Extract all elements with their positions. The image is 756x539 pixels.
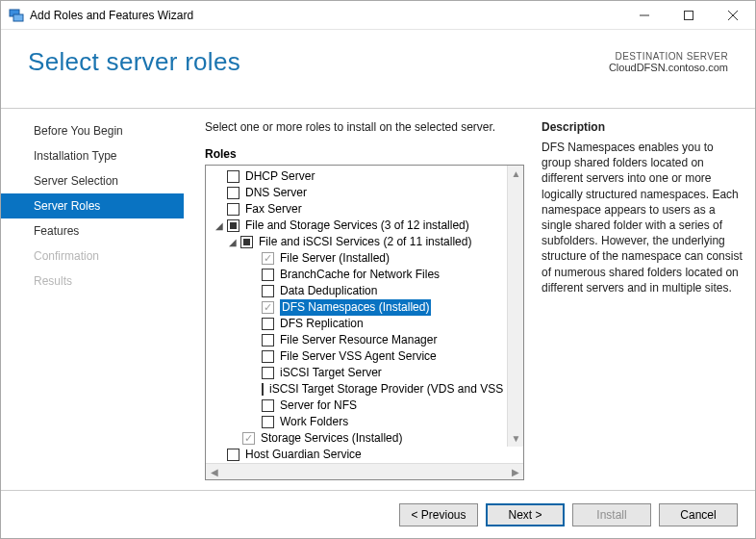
checkbox-icon[interactable] bbox=[227, 203, 239, 216]
role-label: DNS Server bbox=[245, 185, 307, 201]
checkbox-icon[interactable] bbox=[262, 334, 274, 346]
titlebar: Add Roles and Features Wizard bbox=[1, 1, 755, 30]
svg-rect-3 bbox=[685, 11, 693, 19]
role-file-and-storage-services[interactable]: ◢ File and Storage Services (3 of 12 ins… bbox=[206, 218, 523, 234]
app-icon bbox=[9, 8, 24, 23]
install-button: Install bbox=[572, 503, 651, 526]
sidebar-item-server-selection[interactable]: Server Selection bbox=[1, 168, 184, 193]
sidebar-item-server-roles[interactable]: Server Roles bbox=[1, 193, 184, 218]
body: Before You Begin Installation Type Serve… bbox=[1, 109, 755, 490]
cancel-button[interactable]: Cancel bbox=[659, 503, 738, 526]
role-file-server-vss-agent[interactable]: File Server VSS Agent Service bbox=[206, 348, 523, 365]
role-host-guardian-service[interactable]: Host Guardian Service bbox=[206, 447, 523, 463]
roles-label: Roles bbox=[205, 147, 524, 161]
checkbox-checked-icon[interactable] bbox=[262, 252, 274, 265]
role-label: File and Storage Services (3 of 12 insta… bbox=[245, 218, 469, 234]
checkbox-icon[interactable] bbox=[262, 416, 274, 428]
role-dfs-replication[interactable]: DFS Replication bbox=[206, 316, 523, 332]
role-dfs-namespaces[interactable]: DFS Namespaces (Installed) bbox=[206, 299, 523, 316]
next-button[interactable]: Next > bbox=[486, 503, 565, 526]
checkbox-icon[interactable] bbox=[227, 449, 239, 461]
role-label: BranchCache for Network Files bbox=[280, 267, 440, 283]
role-label: File Server VSS Agent Service bbox=[280, 348, 437, 365]
role-work-folders[interactable]: Work Folders bbox=[206, 414, 523, 430]
description-title: Description bbox=[542, 120, 745, 134]
checkbox-icon[interactable] bbox=[227, 170, 239, 183]
instruction-text: Select one or more roles to install on t… bbox=[205, 120, 524, 134]
role-branchcache[interactable]: BranchCache for Network Files bbox=[206, 267, 523, 283]
role-label: File Server (Installed) bbox=[280, 250, 390, 267]
destination-name: CloudDFSN.contoso.com bbox=[609, 62, 728, 73]
sidebar-item-before-you-begin[interactable]: Before You Begin bbox=[1, 118, 184, 143]
svg-rect-1 bbox=[13, 14, 23, 21]
window-controls bbox=[622, 1, 755, 29]
role-label: File Server Resource Manager bbox=[280, 332, 437, 348]
minimize-button[interactable] bbox=[622, 1, 667, 29]
role-dhcp-server[interactable]: DHCP Server bbox=[206, 168, 523, 185]
sidebar-item-results: Results bbox=[1, 269, 184, 294]
checkbox-checked-icon[interactable] bbox=[242, 432, 255, 445]
role-label: Data Deduplication bbox=[280, 283, 377, 299]
vertical-scrollbar[interactable]: ▲ ▼ bbox=[507, 166, 523, 447]
expander-icon[interactable]: ◢ bbox=[214, 220, 225, 232]
destination-label: DESTINATION SERVER bbox=[609, 51, 728, 62]
role-label: Fax Server bbox=[245, 201, 302, 218]
checkbox-icon[interactable] bbox=[227, 187, 239, 199]
role-iscsi-target-storage-provider[interactable]: iSCSI Target Storage Provider (VDS and V… bbox=[206, 381, 523, 398]
role-file-and-iscsi-services[interactable]: ◢ File and iSCSI Services (2 of 11 insta… bbox=[206, 234, 523, 250]
role-iscsi-target-server[interactable]: iSCSI Target Server bbox=[206, 365, 523, 381]
sidebar-item-installation-type[interactable]: Installation Type bbox=[1, 143, 184, 168]
checkbox-icon[interactable] bbox=[262, 350, 274, 363]
role-label: DFS Namespaces (Installed) bbox=[280, 299, 431, 316]
checkbox-icon[interactable] bbox=[262, 269, 274, 281]
previous-button[interactable]: < Previous bbox=[399, 503, 478, 526]
role-server-for-nfs[interactable]: Server for NFS bbox=[206, 398, 523, 414]
wizard-window: Add Roles and Features Wizard Select ser… bbox=[0, 0, 756, 539]
checkbox-icon[interactable] bbox=[262, 318, 274, 330]
role-dns-server[interactable]: DNS Server bbox=[206, 185, 523, 201]
destination-block: DESTINATION SERVER CloudDFSN.contoso.com bbox=[609, 51, 728, 73]
role-label: Host Guardian Service bbox=[245, 447, 362, 463]
scroll-down-icon[interactable]: ▼ bbox=[508, 430, 523, 447]
expander-icon[interactable]: ◢ bbox=[227, 237, 239, 248]
role-label: Work Folders bbox=[280, 414, 348, 430]
footer: < Previous Next > Install Cancel bbox=[1, 490, 755, 538]
role-label: iSCSI Target Storage Provider (VDS and V… bbox=[269, 381, 523, 398]
scroll-left-icon[interactable]: ◀ bbox=[206, 464, 222, 480]
checkbox-icon[interactable] bbox=[262, 285, 274, 297]
checkbox-tristate-icon[interactable] bbox=[227, 219, 239, 232]
checkbox-icon[interactable] bbox=[262, 383, 264, 396]
checkbox-checked-icon[interactable] bbox=[262, 301, 274, 314]
role-data-deduplication[interactable]: Data Deduplication bbox=[206, 283, 523, 299]
checkbox-icon[interactable] bbox=[262, 367, 274, 379]
role-fax-server[interactable]: Fax Server bbox=[206, 201, 523, 218]
role-label: Server for NFS bbox=[280, 398, 357, 414]
horizontal-scrollbar[interactable]: ◀ ▶ bbox=[206, 463, 523, 479]
window-title: Add Roles and Features Wizard bbox=[30, 9, 622, 22]
description-text: DFS Namespaces enables you to group shar… bbox=[542, 140, 745, 295]
sidebar-item-confirmation: Confirmation bbox=[1, 244, 184, 269]
maximize-button[interactable] bbox=[667, 1, 711, 29]
main-panel: Select one or more roles to install on t… bbox=[184, 109, 755, 490]
role-fsrm[interactable]: File Server Resource Manager bbox=[206, 332, 523, 348]
main-left: Select one or more roles to install on t… bbox=[205, 120, 524, 480]
close-button[interactable] bbox=[711, 1, 755, 29]
page-title: Select server roles bbox=[28, 47, 240, 77]
role-label: Storage Services (Installed) bbox=[261, 430, 402, 447]
roles-listbox: DHCP Server DNS Server Fax Server ◢ bbox=[205, 165, 524, 480]
header: Select server roles DESTINATION SERVER C… bbox=[1, 30, 755, 109]
checkbox-icon[interactable] bbox=[262, 399, 274, 412]
checkbox-tristate-icon[interactable] bbox=[240, 236, 253, 248]
scroll-right-icon[interactable]: ▶ bbox=[507, 464, 523, 480]
role-label: iSCSI Target Server bbox=[280, 365, 382, 381]
roles-scroll-area[interactable]: DHCP Server DNS Server Fax Server ◢ bbox=[206, 166, 523, 463]
role-label: DFS Replication bbox=[280, 316, 364, 332]
role-label: File and iSCSI Services (2 of 11 install… bbox=[259, 234, 471, 250]
scroll-up-icon[interactable]: ▲ bbox=[508, 166, 523, 182]
sidebar: Before You Begin Installation Type Serve… bbox=[1, 109, 184, 490]
role-file-server[interactable]: File Server (Installed) bbox=[206, 250, 523, 267]
sidebar-item-features[interactable]: Features bbox=[1, 218, 184, 244]
role-storage-services[interactable]: Storage Services (Installed) bbox=[206, 430, 523, 447]
role-label: DHCP Server bbox=[245, 168, 315, 185]
description-panel: Description DFS Namespaces enables you t… bbox=[542, 120, 745, 480]
